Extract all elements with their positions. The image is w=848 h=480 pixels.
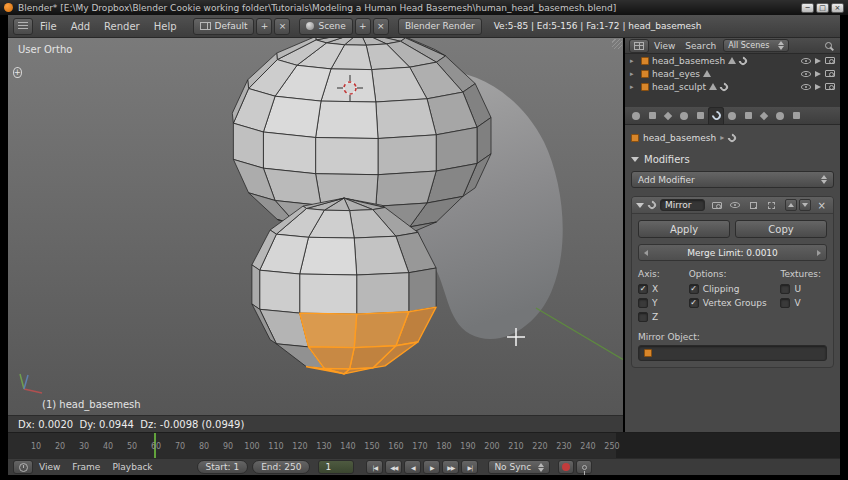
close-button[interactable]: × — [831, 3, 844, 13]
timeline-menu-frame[interactable]: Frame — [66, 462, 106, 472]
checkbox[interactable]: ✓ — [689, 298, 699, 308]
tab-render[interactable] — [628, 107, 644, 125]
start-frame-field[interactable]: Start: 1 — [197, 460, 249, 474]
checkbox[interactable]: ✓ — [689, 284, 699, 294]
timeline-menu-view[interactable]: View — [33, 462, 66, 472]
viewport-canvas[interactable] — [8, 38, 623, 415]
render-visibility-toggle[interactable] — [711, 199, 724, 212]
checkbox[interactable]: ✓ — [780, 298, 790, 308]
menu-add[interactable]: Add — [64, 21, 97, 32]
screen-layout-select[interactable]: Default — [193, 18, 255, 35]
timeline-type-button[interactable] — [13, 460, 33, 474]
merge-limit-slider[interactable]: Merge Limit: 0.0010 — [638, 244, 827, 261]
delete-layout-button[interactable]: × — [274, 18, 290, 35]
add-scene-button[interactable]: + — [355, 18, 371, 35]
disclosure-icon[interactable]: ▸ — [630, 83, 638, 91]
selectability-icon[interactable] — [815, 58, 821, 64]
next-keyframe-button[interactable]: ▶▶ — [442, 460, 459, 474]
outliner-menu-search[interactable]: Search — [680, 41, 721, 51]
editmode-display-toggle[interactable] — [747, 199, 760, 212]
outliner-type-button[interactable] — [629, 39, 649, 53]
menu-render[interactable]: Render — [97, 21, 147, 32]
renderability-icon[interactable] — [825, 70, 835, 77]
vertex-groups-checkbox[interactable]: ✓ Vertex Groups — [689, 296, 775, 310]
renderability-icon[interactable] — [825, 57, 835, 64]
maximize-button[interactable]: □ — [816, 3, 829, 13]
texture-v-checkbox[interactable]: ✓ V — [780, 296, 827, 310]
tab-material[interactable] — [740, 107, 756, 125]
scene-icon — [306, 22, 314, 30]
checkbox[interactable]: ✓ — [638, 284, 648, 294]
keying-set-button[interactable] — [576, 460, 592, 474]
move-modifier-down-button[interactable] — [799, 199, 811, 211]
outliner-item-head-basemesh[interactable]: ▸ head_basemesh — [625, 54, 840, 67]
menu-help[interactable]: Help — [147, 21, 184, 32]
texture-u-checkbox[interactable]: ✓ U — [780, 282, 827, 296]
copy-button[interactable]: Copy — [735, 220, 827, 238]
cage-display-toggle[interactable] — [765, 199, 778, 212]
mirror-object-field[interactable] — [638, 345, 827, 361]
tab-scene[interactable] — [644, 107, 660, 125]
viewport-3d[interactable]: User Ortho + (1) head_basemesh — [8, 38, 623, 415]
tab-world[interactable] — [660, 107, 676, 125]
add-layout-button[interactable]: + — [256, 18, 272, 35]
tab-modifiers[interactable] — [708, 107, 724, 125]
visibility-icon[interactable] — [801, 58, 811, 64]
play-reverse-button[interactable]: ◀ — [404, 460, 421, 474]
tab-particles[interactable] — [772, 107, 788, 125]
move-modifier-up-button[interactable] — [785, 199, 797, 211]
selectability-icon[interactable] — [815, 71, 821, 77]
play-button[interactable]: ▶ — [423, 460, 440, 474]
visibility-icon[interactable] — [801, 84, 811, 90]
checkbox[interactable]: ✓ — [638, 312, 648, 322]
outliner-item-head-eyes[interactable]: ▸ head_eyes — [625, 67, 840, 80]
sync-mode-select[interactable]: No Sync — [488, 460, 550, 474]
delete-scene-button[interactable]: × — [373, 18, 389, 35]
mirror-modifier-header[interactable]: Mirror × — [632, 197, 833, 214]
minimize-button[interactable]: ─ — [801, 3, 814, 13]
axis-x-checkbox[interactable]: ✓ X — [638, 282, 683, 296]
visibility-icon[interactable] — [801, 71, 811, 77]
tab-object-data[interactable] — [724, 107, 740, 125]
checkbox[interactable]: ✓ — [780, 284, 790, 294]
previous-keyframe-button[interactable]: ◀◀ — [385, 460, 402, 474]
axis-y-checkbox[interactable]: ✓ Y — [638, 296, 683, 310]
apply-button[interactable]: Apply — [638, 220, 730, 238]
render-engine-select[interactable]: Blender Render — [398, 18, 482, 35]
toolshelf-expand-icon[interactable]: + — [13, 60, 22, 79]
record-button[interactable] — [558, 460, 574, 474]
tab-object[interactable] — [676, 107, 692, 125]
collapse-icon[interactable] — [636, 203, 644, 208]
add-modifier-button[interactable]: Add Modifier — [631, 171, 834, 188]
outliner-item-head-sculpt[interactable]: ▸ head_sculpt — [625, 80, 840, 93]
disclosure-icon[interactable]: ▸ — [630, 70, 638, 78]
clipping-checkbox[interactable]: ✓ Clipping — [689, 282, 775, 296]
slider-increase-icon[interactable] — [817, 250, 821, 256]
tab-texture[interactable] — [756, 107, 772, 125]
current-frame-field[interactable]: 1 — [318, 460, 354, 474]
modifier-name-field[interactable]: Mirror — [660, 199, 705, 211]
menu-file[interactable]: File — [33, 21, 64, 32]
selectability-icon[interactable] — [815, 84, 821, 90]
outliner-display-mode-select[interactable]: All Scenes — [723, 39, 789, 52]
tab-constraints[interactable] — [692, 107, 708, 125]
tab-physics[interactable] — [788, 107, 804, 125]
axis-z-checkbox[interactable]: ✓ Z — [638, 310, 683, 324]
collapse-icon[interactable] — [631, 157, 639, 162]
modifiers-panel-header[interactable]: Modifiers — [631, 152, 834, 166]
renderability-icon[interactable] — [825, 83, 835, 90]
jump-to-start-button[interactable]: |◀ — [366, 460, 383, 474]
timeline-menu-playback[interactable]: Playback — [106, 462, 158, 472]
delete-modifier-button[interactable]: × — [815, 200, 829, 211]
jump-to-end-button[interactable]: ▶| — [461, 460, 478, 474]
editor-type-button[interactable] — [13, 18, 33, 35]
checkbox[interactable]: ✓ — [638, 298, 648, 308]
area-resize-grip[interactable] — [612, 39, 622, 49]
timeline-ruler[interactable]: 1020304050607080901001101201301401501601… — [8, 432, 840, 458]
disclosure-icon[interactable]: ▸ — [630, 57, 638, 65]
outliner-menu-view[interactable]: View — [649, 41, 680, 51]
search-icon[interactable] — [825, 42, 832, 49]
scene-select[interactable]: Scene — [299, 18, 352, 35]
end-frame-field[interactable]: End: 250 — [252, 460, 310, 474]
viewport-visibility-toggle[interactable] — [729, 199, 742, 212]
